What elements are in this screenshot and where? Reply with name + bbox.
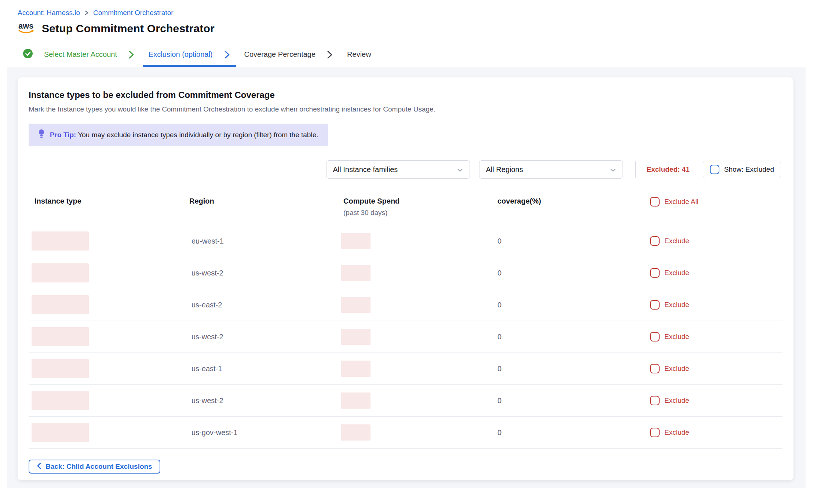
column-header-coverage: coverage(%) (492, 197, 646, 205)
instance-type-cell (29, 391, 183, 410)
column-header-region: Region (183, 197, 337, 205)
chevron-down-icon (610, 165, 616, 174)
exclude-checkbox[interactable] (650, 396, 660, 405)
breadcrumb-page-link[interactable]: Commitment Orchestrator (93, 9, 174, 17)
chevron-right-icon (326, 50, 333, 59)
exclude-all-label: Exclude All (664, 198, 698, 206)
table-header-row: Instance type Region Compute Spend (past… (29, 192, 782, 225)
instance-type-cell (29, 423, 183, 442)
redacted-compute-spend (341, 361, 371, 377)
exclude-control: Exclude (646, 396, 782, 405)
exclude-all-checkbox[interactable] (650, 197, 660, 207)
step-label: Coverage Percentage (244, 50, 316, 59)
section-heading: Instance types to be excluded from Commi… (29, 90, 782, 100)
step-review[interactable]: Review (347, 42, 371, 67)
exclude-checkbox[interactable] (650, 300, 660, 310)
step-label: Exclusion (optional) (149, 50, 213, 59)
app-header: Account: Harness.io Commitment Orchestra… (0, 0, 821, 42)
redacted-compute-spend (341, 265, 371, 281)
exclude-control: Exclude (646, 300, 782, 310)
show-excluded-toggle[interactable]: Show: Excluded (703, 161, 781, 178)
coverage-cell: 0 (492, 428, 646, 437)
table-row: us-gov-west-1 0 Exclude (29, 417, 782, 449)
compute-spend-cell (337, 424, 492, 441)
show-excluded-label: Show: Excluded (724, 165, 774, 174)
step-label: Select Master Account (44, 50, 117, 59)
table-row: us-west-2 0 Exclude (29, 385, 782, 417)
region-cell: us-east-1 (183, 365, 337, 373)
chevron-down-icon (457, 165, 463, 174)
redacted-compute-spend (341, 233, 371, 249)
chevron-right-icon (128, 50, 135, 59)
step-coverage-percentage[interactable]: Coverage Percentage (244, 42, 333, 67)
lightbulb-icon (38, 129, 45, 141)
table-row: us-east-1 0 Exclude (29, 353, 782, 385)
table-row: us-west-2 0 Exclude (29, 321, 782, 353)
regions-select[interactable]: All Regions (479, 160, 623, 179)
exclude-label: Exclude (664, 365, 689, 373)
page-title: Setup Commitment Orchestrator (42, 22, 215, 35)
chevron-left-icon (37, 463, 41, 471)
exclude-control: Exclude (646, 364, 782, 373)
exclude-label: Exclude (664, 269, 689, 277)
pro-tip-banner: Pro Tip: You may exclude instance types … (29, 124, 328, 146)
exclude-label: Exclude (664, 333, 689, 341)
exclude-control: Exclude (646, 428, 782, 437)
coverage-cell: 0 (492, 365, 646, 373)
show-excluded-checkbox[interactable] (710, 165, 719, 174)
region-cell: us-west-2 (183, 333, 337, 341)
redacted-compute-spend (341, 329, 371, 345)
pro-tip-label: Pro Tip: (50, 131, 76, 139)
exclude-label: Exclude (664, 237, 689, 245)
region-cell: eu-west-1 (183, 237, 337, 245)
step-exclusion-optional[interactable]: Exclusion (optional) (149, 42, 230, 67)
instance-type-cell (29, 359, 183, 378)
coverage-cell: 0 (492, 301, 646, 309)
pro-tip-text: You may exclude instance types individua… (78, 131, 318, 139)
instance-families-select[interactable]: All Instance families (326, 160, 470, 179)
exclude-label: Exclude (664, 301, 689, 309)
coverage-cell: 0 (492, 333, 646, 341)
exclude-checkbox[interactable] (650, 364, 660, 373)
redacted-compute-spend (341, 392, 371, 409)
aws-logo-icon: aws (18, 21, 35, 36)
column-header-compute-spend: Compute Spend (past 30 days) (337, 197, 492, 217)
filter-row: All Instance families All Regions Exclud… (29, 160, 782, 179)
column-header-compute-spend-sub: (past 30 days) (343, 209, 492, 217)
chevron-right-icon (84, 10, 89, 16)
compute-spend-cell (337, 233, 492, 249)
redacted-instance-type (32, 231, 89, 251)
exclude-checkbox[interactable] (650, 268, 660, 278)
svg-text:aws: aws (18, 21, 34, 30)
exclude-checkbox[interactable] (650, 236, 660, 246)
exclude-label: Exclude (664, 397, 689, 405)
region-cell: us-west-2 (183, 269, 337, 277)
table-row: eu-west-1 0 Exclude (29, 225, 782, 257)
compute-spend-cell (337, 265, 492, 281)
back-button[interactable]: Back: Child Account Exclusions (29, 460, 160, 474)
redacted-instance-type (32, 423, 89, 442)
exclude-control: Exclude (646, 268, 782, 278)
column-header-instance-type: Instance type (29, 197, 183, 205)
back-button-label: Back: Child Account Exclusions (45, 463, 152, 471)
coverage-cell: 0 (492, 237, 646, 245)
exclude-control: Exclude (646, 332, 782, 342)
breadcrumb: Account: Harness.io Commitment Orchestra… (18, 9, 803, 17)
region-cell: us-gov-west-1 (183, 428, 337, 437)
vertical-divider (635, 161, 636, 178)
instance-type-cell (29, 295, 183, 314)
exclusion-card: Instance types to be excluded from Commi… (18, 77, 793, 480)
chevron-right-icon (224, 50, 230, 59)
redacted-instance-type (32, 327, 89, 346)
redacted-compute-spend (341, 424, 371, 441)
compute-spend-cell (337, 392, 492, 409)
region-cell: us-west-2 (183, 397, 337, 405)
table-body: eu-west-1 0 Exclude us-west-2 0 Exclude … (29, 225, 782, 449)
exclude-checkbox[interactable] (650, 332, 660, 342)
compute-spend-cell (337, 329, 492, 345)
exclusion-table: Instance type Region Compute Spend (past… (29, 192, 782, 449)
exclude-checkbox[interactable] (650, 428, 660, 437)
content-background: Instance types to be excluded from Commi… (7, 67, 806, 488)
step-select-master-account[interactable]: Select Master Account (23, 42, 135, 67)
breadcrumb-account-link[interactable]: Account: Harness.io (18, 9, 80, 17)
